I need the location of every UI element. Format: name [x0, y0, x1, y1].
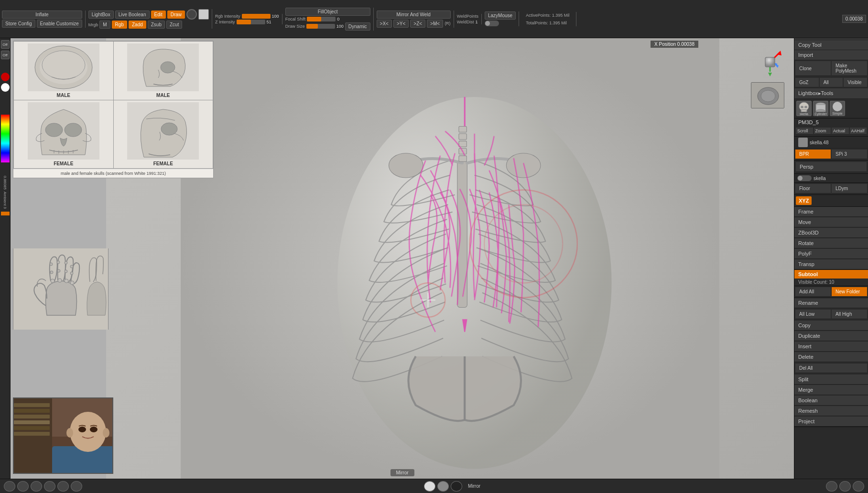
m-button[interactable]: M	[99, 21, 110, 29]
actual-button[interactable]: Actual	[832, 128, 849, 135]
import-button[interactable]: Import	[794, 50, 868, 60]
visible-button[interactable]: Visible	[844, 78, 867, 87]
rgb-intensity-track[interactable]	[242, 14, 271, 19]
live-boolean-button[interactable]: Live Boolean	[115, 11, 150, 19]
fill-object-button[interactable]: FillObject	[285, 8, 370, 16]
del-all-button[interactable]: Del All	[795, 364, 867, 373]
z-intensity-value: 51	[267, 20, 271, 24]
delete-button[interactable]: Delete	[794, 352, 868, 362]
male-top-label: MALE	[57, 93, 70, 98]
zsub-button[interactable]: Zsub	[148, 21, 165, 29]
store-config-button[interactable]: Store Config	[2, 20, 35, 28]
frame-button[interactable]: Frame	[794, 207, 868, 217]
persp-button[interactable]: Persp	[796, 162, 867, 172]
cylinder-tool-icon[interactable]: Cylinder	[813, 101, 828, 116]
simple-tool-icon[interactable]: Simple	[830, 101, 845, 116]
rotate-button[interactable]: Rotate	[794, 238, 868, 248]
draw-size-track[interactable]	[306, 24, 335, 29]
floor-button[interactable]: Floor	[795, 184, 831, 193]
make-polymesh-button[interactable]: Make PolyMesh	[832, 61, 867, 76]
zadd-button[interactable]: Zadd	[129, 21, 146, 29]
clone-button[interactable]: Clone	[795, 61, 831, 76]
color-dot-red[interactable]	[1, 73, 10, 81]
aa-half-button[interactable]: AAHalf	[850, 128, 867, 135]
add-all-button[interactable]: Add All	[795, 287, 831, 297]
zcut-button[interactable]: Zcut	[166, 21, 182, 29]
bottom-btn-4[interactable]	[44, 481, 55, 492]
bottom-btn-6[interactable]	[71, 481, 82, 492]
new-folder-button[interactable]: New Folder	[832, 287, 867, 297]
left-btn-off2[interactable]: Off	[1, 51, 10, 59]
skull-icon-svg	[797, 101, 811, 112]
copy-tool-button[interactable]: Copy Tool	[794, 40, 868, 50]
split-button[interactable]: Split	[794, 375, 868, 385]
left-btn-off1[interactable]: Off	[1, 40, 10, 49]
position-indicator: X Position 0.00038	[651, 41, 698, 48]
xyz-button[interactable]: XYZ	[796, 196, 812, 205]
bpr-button[interactable]: BPR	[795, 150, 831, 159]
sphere-btn-light[interactable]	[424, 481, 435, 492]
pos-z-button[interactable]: >Z<	[410, 20, 425, 28]
bottom-btn-8[interactable]	[839, 481, 851, 492]
bottom-btn-7[interactable]	[826, 481, 837, 492]
svg-rect-7	[459, 141, 467, 147]
merge-button[interactable]: Merge	[794, 385, 868, 395]
z-intensity-label: Z Intensity	[215, 20, 235, 24]
remesh-button[interactable]: Remesh	[794, 406, 868, 416]
mirror-weld-button[interactable]: Mirror And Weld	[377, 11, 451, 19]
bottom-btn-1[interactable]	[4, 481, 15, 492]
bottom-btn-2[interactable]	[17, 481, 29, 492]
boolean-button[interactable]: Boolean	[794, 396, 868, 406]
duplicate-button[interactable]: Duplicate	[794, 331, 868, 341]
transp-button[interactable]: Transp	[794, 259, 868, 269]
main-toggle[interactable]	[797, 175, 812, 181]
lazy-mouse-button[interactable]: LazyMouse	[485, 11, 516, 20]
focal-shift-container: Focal Shift 0	[285, 17, 370, 21]
insert-button[interactable]: Insert	[794, 342, 868, 352]
pos-m-button[interactable]: >M<	[427, 20, 443, 28]
edit-button[interactable]: Edit	[151, 11, 166, 19]
goz-button[interactable]: GoZ	[795, 78, 819, 87]
bottom-btn-3[interactable]	[31, 481, 42, 492]
zbool3d-button[interactable]: ZBool3D	[794, 228, 868, 238]
pos-y-button[interactable]: >Y<	[393, 20, 409, 28]
scroll-button[interactable]: Scroll	[796, 128, 813, 135]
project-button[interactable]: Project	[794, 417, 868, 427]
rgb-button[interactable]: Rgb	[112, 21, 127, 29]
svg-point-34	[45, 123, 63, 137]
nav-gizmo[interactable]	[751, 43, 789, 81]
skull-tool-icon[interactable]: skella	[796, 101, 812, 116]
enable-customize-button[interactable]: Enable Customize	[37, 20, 82, 28]
lightbox-tools-button[interactable]: Lightbox▸Tools	[794, 88, 868, 99]
skella-48-item[interactable]: skella.48	[794, 137, 868, 149]
copy-button[interactable]: Copy	[794, 321, 868, 331]
draw-button[interactable]: Draw	[167, 11, 185, 19]
dynamic-button[interactable]: Dynamic	[345, 22, 370, 31]
lightbox-button[interactable]: LightBox	[88, 11, 114, 19]
all-high-button[interactable]: All High	[832, 310, 867, 319]
zoom-button[interactable]: Zoom	[814, 128, 831, 135]
brush-settings-row: Mrgb M Rgb Zadd Zsub Zcut	[88, 21, 209, 29]
lazy-toggle[interactable]	[485, 21, 499, 26]
subtool-header[interactable]: Subtool	[794, 270, 868, 279]
cylinder-label: Cylinder	[814, 112, 827, 116]
bottom-bar: Mirror	[0, 479, 868, 493]
sphere-btn-mid[interactable]	[437, 481, 449, 492]
ldym-button[interactable]: LDym	[832, 184, 867, 193]
focal-shift-track[interactable]	[307, 17, 336, 21]
bottom-btn-5[interactable]	[57, 481, 69, 492]
color-gradient-strip[interactable]	[1, 115, 10, 162]
spi3-button[interactable]: SPi 3	[832, 150, 867, 159]
inflate-button[interactable]: Inflate	[2, 11, 82, 19]
pos-x-button[interactable]: >X<	[377, 20, 392, 28]
sphere-btn-dark[interactable]	[451, 481, 462, 492]
ambient-slider[interactable]	[1, 212, 10, 215]
all-low-button[interactable]: All Low	[795, 310, 831, 319]
color-dot-white[interactable]	[1, 83, 10, 92]
all-button[interactable]: All	[820, 78, 843, 87]
move-button[interactable]: Move	[794, 217, 868, 227]
polyf-button[interactable]: PolyF	[794, 249, 868, 259]
rename-button[interactable]: Rename	[794, 298, 868, 308]
z-intensity-track[interactable]	[237, 20, 265, 24]
bottom-btn-9[interactable]	[853, 481, 864, 492]
